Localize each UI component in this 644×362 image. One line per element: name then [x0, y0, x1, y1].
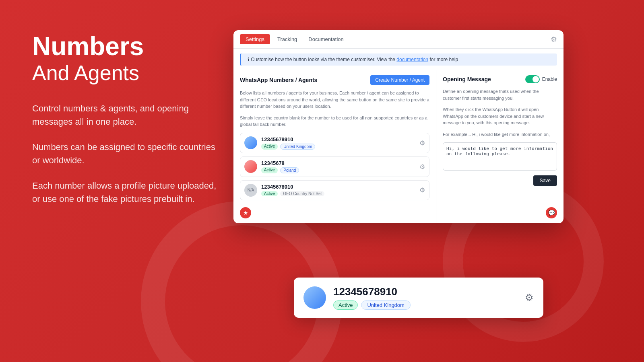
app-window: Settings Tracking Documentation ⚙ ℹ Cust…: [233, 30, 564, 223]
settings-gear-icon[interactable]: ⚙: [551, 35, 557, 43]
status-badge-2: Active: [261, 167, 278, 173]
status-badge-1: Active: [261, 144, 278, 150]
row-gear-icon-3[interactable]: ⚙: [419, 186, 425, 194]
avatar-image-2: [244, 160, 257, 173]
country-badge-2: Poland: [280, 167, 299, 173]
save-button[interactable]: Save: [533, 175, 557, 186]
avatar: [244, 136, 257, 149]
zoom-card: 12345678910 Active United Kingdom ⚙: [294, 278, 543, 318]
panel-header: WhatsApp Numbers / Agents Create Number …: [240, 70, 429, 85]
zoom-number: 12345678910: [333, 286, 518, 298]
opening-message-desc-2: When they click the WhatsApp Button it w…: [443, 106, 557, 126]
row-gear-icon-1[interactable]: ⚙: [419, 139, 425, 147]
tabs-bar: Settings Tracking Documentation ⚙: [233, 30, 564, 49]
opening-message-desc-3: For example... Hi, i would like get more…: [443, 131, 557, 138]
number-badges-3: Active GEO Country Not Set: [261, 191, 415, 196]
desc-para-3: Each number allows a profile picture upl…: [32, 179, 225, 206]
info-banner: ℹ Customise how the button looks via the…: [240, 53, 557, 66]
tab-tracking[interactable]: Tracking: [273, 34, 301, 44]
avatar: [244, 160, 257, 173]
left-section: Numbers And Agents Control numbers & age…: [32, 32, 225, 218]
zoom-status-badge: Active: [333, 300, 358, 310]
main-title-bold: Numbers: [32, 32, 225, 60]
create-number-agent-button[interactable]: Create Number / Agent: [370, 75, 429, 85]
row-gear-icon-2[interactable]: ⚙: [419, 163, 425, 171]
desc-para-1: Control numbers & agents, and opening me…: [32, 102, 225, 128]
number-info-1: 12345678910 Active United Kingdom: [261, 136, 415, 150]
avatar: N/A: [244, 184, 257, 197]
number-row: 12345678 Active Poland ⚙: [240, 156, 429, 177]
zoom-badges: Active United Kingdom: [333, 300, 518, 310]
avatar-image-1: [244, 136, 257, 149]
toggle-knob: [533, 76, 539, 82]
number-info-3: 12345678910 Active GEO Country Not Set: [261, 184, 415, 196]
desc-para-2: Numbers can be assigned to specific coun…: [32, 140, 225, 167]
panel-description-1: Below lists all numbers / agents for you…: [240, 90, 429, 110]
opening-message-title: Opening Message: [443, 76, 491, 82]
zoom-avatar: [303, 286, 326, 309]
number-row: N/A 12345678910 Active GEO Country Not S…: [240, 180, 429, 200]
enable-toggle[interactable]: [525, 75, 540, 83]
message-panel-header: Opening Message Enable: [443, 75, 557, 83]
number-value-2: 12345678: [261, 160, 415, 166]
opening-message-desc-1: Define an opening message thats used whe…: [443, 88, 557, 101]
zoom-gear-icon[interactable]: ⚙: [525, 292, 534, 303]
number-badges-1: Active United Kingdom: [261, 144, 415, 150]
documentation-link[interactable]: documentation: [396, 57, 428, 62]
tab-settings[interactable]: Settings: [240, 34, 270, 44]
country-badge-1: United Kingdom: [280, 144, 315, 150]
zoom-country-badge: United Kingdom: [361, 300, 411, 310]
tab-documentation[interactable]: Documentation: [304, 34, 347, 44]
info-banner-text: Customise how the button looks via the t…: [251, 57, 458, 62]
star-icon-button[interactable]: ★: [240, 207, 251, 218]
toggle-container: Enable: [525, 75, 557, 83]
number-badges-2: Active Poland: [261, 167, 415, 173]
toggle-label: Enable: [542, 76, 557, 82]
chat-icon-button[interactable]: 💬: [546, 207, 557, 218]
zoom-card-info: 12345678910 Active United Kingdom: [333, 286, 518, 310]
number-info-2: 12345678 Active Poland: [261, 160, 415, 173]
country-badge-3: GEO Country Not Set: [280, 191, 324, 196]
main-content: WhatsApp Numbers / Agents Create Number …: [233, 70, 564, 223]
panel-description-2: Simply leave the country blank for the n…: [240, 115, 429, 128]
number-value-1: 12345678910: [261, 136, 415, 142]
numbers-panel: WhatsApp Numbers / Agents Create Number …: [240, 70, 436, 223]
number-value-3: 12345678910: [261, 184, 415, 190]
main-title-light: And Agents: [32, 60, 225, 85]
window-footer-icons: ★ 💬: [240, 207, 557, 218]
opening-message-panel: Opening Message Enable Define an opening…: [436, 70, 557, 223]
number-row: 12345678910 Active United Kingdom ⚙: [240, 133, 429, 153]
opening-message-textarea[interactable]: Hi, i would like to get more information…: [443, 142, 557, 171]
avatar-initials-3: N/A: [248, 188, 254, 192]
numbers-panel-title: WhatsApp Numbers / Agents: [240, 77, 317, 83]
tabs-bar-right: ⚙: [551, 35, 557, 44]
status-badge-3: Active: [261, 191, 278, 196]
